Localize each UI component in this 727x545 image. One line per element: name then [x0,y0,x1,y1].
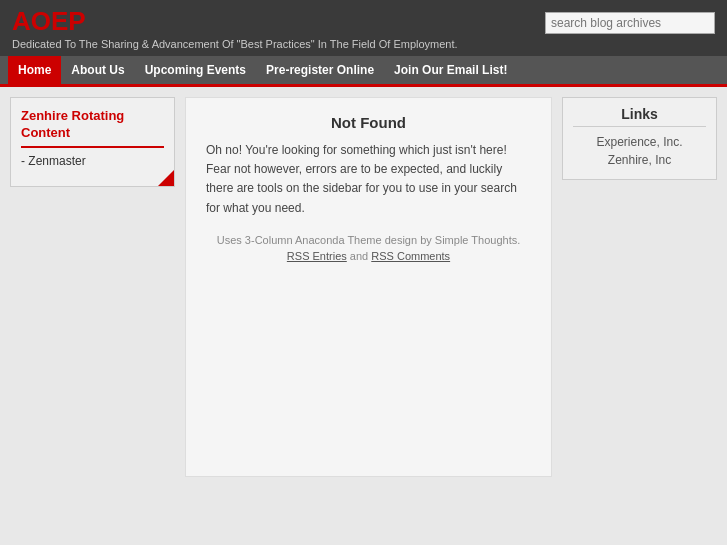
main-wrapper: Zenhire Rotating Content - Zenmaster Not… [0,87,727,487]
rss-comments-link[interactable]: RSS Comments [371,250,450,262]
not-found-title: Not Found [206,114,531,131]
content-footer: Uses 3-Column Anaconda Theme design by S… [206,234,531,262]
search-input[interactable] [545,12,715,34]
rotating-content-author: - Zenmaster [21,154,164,168]
header-left: AOEP Dedicated To The Sharing & Advancem… [12,8,458,50]
nav-item-events[interactable]: Upcoming Events [135,56,256,84]
nav-item-preregister[interactable]: Pre-register Online [256,56,384,84]
header: AOEP Dedicated To The Sharing & Advancem… [0,0,727,56]
main-nav: Home About Us Upcoming Events Pre-regist… [0,56,727,84]
site-tagline: Dedicated To The Sharing & Advancement O… [12,38,458,50]
search-box [545,12,715,34]
theme-credit: Uses 3-Column Anaconda Theme design by S… [206,234,531,246]
link-item-experience[interactable]: Experience, Inc. [573,135,706,149]
nav-item-about[interactable]: About Us [61,56,134,84]
link-item-zenhire[interactable]: Zenhire, Inc [573,153,706,167]
not-found-text: Oh no! You're looking for something whic… [206,141,531,218]
rotating-content-title: Zenhire Rotating Content [21,108,164,148]
rotating-content-widget: Zenhire Rotating Content - Zenmaster [10,97,175,187]
nav-item-home[interactable]: Home [8,56,61,84]
rss-and: and [350,250,371,262]
rss-entries-link[interactable]: RSS Entries [287,250,347,262]
site-title: AOEP [12,8,458,34]
links-title: Links [573,106,706,127]
links-widget: Links Experience, Inc. Zenhire, Inc [562,97,717,180]
content-area: Not Found Oh no! You're looking for some… [185,97,552,477]
footer-links: RSS Entries and RSS Comments [206,250,531,262]
left-sidebar: Zenhire Rotating Content - Zenmaster [10,97,175,477]
nav-item-email[interactable]: Join Our Email List! [384,56,517,84]
theme-text: Uses 3-Column Anaconda Theme design by S… [217,234,521,246]
right-sidebar: Links Experience, Inc. Zenhire, Inc [562,97,717,477]
